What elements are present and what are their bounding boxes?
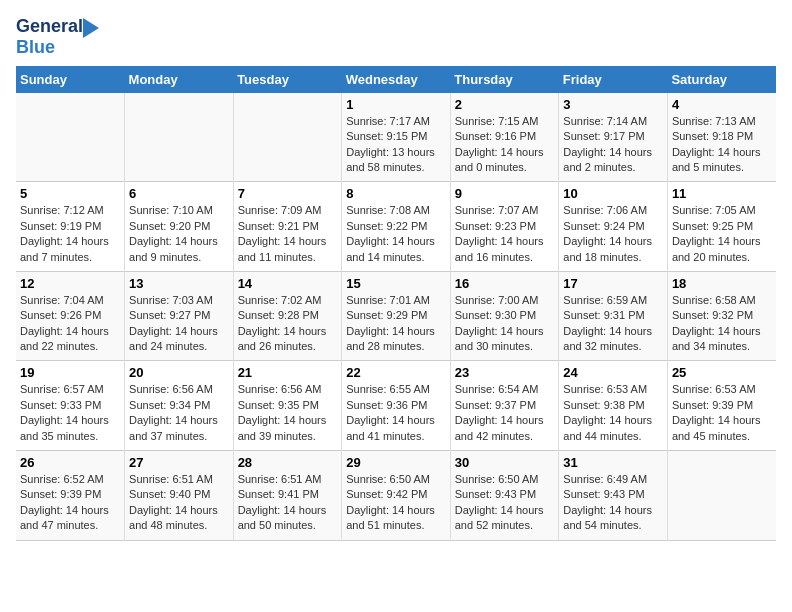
logo: General Blue (16, 16, 99, 58)
week-row-4: 19Sunrise: 6:57 AMSunset: 9:33 PMDayligh… (16, 361, 776, 451)
calendar-cell: 18Sunrise: 6:58 AMSunset: 9:32 PMDayligh… (667, 271, 776, 361)
cell-info: Sunrise: 7:13 AMSunset: 9:18 PMDaylight:… (672, 114, 772, 176)
calendar-cell: 14Sunrise: 7:02 AMSunset: 9:28 PMDayligh… (233, 271, 342, 361)
cell-info: Sunrise: 7:05 AMSunset: 9:25 PMDaylight:… (672, 203, 772, 265)
cell-info: Sunrise: 7:02 AMSunset: 9:28 PMDaylight:… (238, 293, 338, 355)
day-number: 24 (563, 365, 663, 380)
day-number: 15 (346, 276, 446, 291)
day-number: 13 (129, 276, 229, 291)
day-number: 23 (455, 365, 555, 380)
day-number: 10 (563, 186, 663, 201)
day-number: 11 (672, 186, 772, 201)
calendar-cell: 3Sunrise: 7:14 AMSunset: 9:17 PMDaylight… (559, 93, 668, 182)
calendar-cell: 19Sunrise: 6:57 AMSunset: 9:33 PMDayligh… (16, 361, 125, 451)
day-number: 20 (129, 365, 229, 380)
cell-info: Sunrise: 6:56 AMSunset: 9:35 PMDaylight:… (238, 382, 338, 444)
cell-info: Sunrise: 7:04 AMSunset: 9:26 PMDaylight:… (20, 293, 120, 355)
calendar-cell: 4Sunrise: 7:13 AMSunset: 9:18 PMDaylight… (667, 93, 776, 182)
cell-info: Sunrise: 7:00 AMSunset: 9:30 PMDaylight:… (455, 293, 555, 355)
calendar-cell: 28Sunrise: 6:51 AMSunset: 9:41 PMDayligh… (233, 451, 342, 541)
day-number: 6 (129, 186, 229, 201)
calendar-cell (125, 93, 234, 182)
cell-info: Sunrise: 7:06 AMSunset: 9:24 PMDaylight:… (563, 203, 663, 265)
cell-info: Sunrise: 6:57 AMSunset: 9:33 PMDaylight:… (20, 382, 120, 444)
calendar-cell: 15Sunrise: 7:01 AMSunset: 9:29 PMDayligh… (342, 271, 451, 361)
day-number: 29 (346, 455, 446, 470)
day-number: 1 (346, 97, 446, 112)
calendar-cell: 12Sunrise: 7:04 AMSunset: 9:26 PMDayligh… (16, 271, 125, 361)
cell-info: Sunrise: 6:55 AMSunset: 9:36 PMDaylight:… (346, 382, 446, 444)
week-row-1: 1Sunrise: 7:17 AMSunset: 9:15 PMDaylight… (16, 93, 776, 182)
logo-text-general: General (16, 17, 83, 37)
cell-info: Sunrise: 6:50 AMSunset: 9:42 PMDaylight:… (346, 472, 446, 534)
cell-info: Sunrise: 6:59 AMSunset: 9:31 PMDaylight:… (563, 293, 663, 355)
calendar-cell: 13Sunrise: 7:03 AMSunset: 9:27 PMDayligh… (125, 271, 234, 361)
cell-info: Sunrise: 7:10 AMSunset: 9:20 PMDaylight:… (129, 203, 229, 265)
calendar-header-row: SundayMondayTuesdayWednesdayThursdayFrid… (16, 66, 776, 93)
cell-info: Sunrise: 6:49 AMSunset: 9:43 PMDaylight:… (563, 472, 663, 534)
day-number: 3 (563, 97, 663, 112)
calendar-cell: 16Sunrise: 7:00 AMSunset: 9:30 PMDayligh… (450, 271, 559, 361)
day-number: 31 (563, 455, 663, 470)
week-row-2: 5Sunrise: 7:12 AMSunset: 9:19 PMDaylight… (16, 182, 776, 272)
week-row-3: 12Sunrise: 7:04 AMSunset: 9:26 PMDayligh… (16, 271, 776, 361)
day-number: 4 (672, 97, 772, 112)
header-tuesday: Tuesday (233, 66, 342, 93)
header-wednesday: Wednesday (342, 66, 451, 93)
calendar-cell: 23Sunrise: 6:54 AMSunset: 9:37 PMDayligh… (450, 361, 559, 451)
calendar-cell: 21Sunrise: 6:56 AMSunset: 9:35 PMDayligh… (233, 361, 342, 451)
calendar-cell: 9Sunrise: 7:07 AMSunset: 9:23 PMDaylight… (450, 182, 559, 272)
calendar-cell: 25Sunrise: 6:53 AMSunset: 9:39 PMDayligh… (667, 361, 776, 451)
cell-info: Sunrise: 6:54 AMSunset: 9:37 PMDaylight:… (455, 382, 555, 444)
header-saturday: Saturday (667, 66, 776, 93)
calendar-cell: 17Sunrise: 6:59 AMSunset: 9:31 PMDayligh… (559, 271, 668, 361)
cell-info: Sunrise: 7:07 AMSunset: 9:23 PMDaylight:… (455, 203, 555, 265)
calendar-cell: 7Sunrise: 7:09 AMSunset: 9:21 PMDaylight… (233, 182, 342, 272)
day-number: 17 (563, 276, 663, 291)
calendar-cell: 29Sunrise: 6:50 AMSunset: 9:42 PMDayligh… (342, 451, 451, 541)
day-number: 8 (346, 186, 446, 201)
day-number: 26 (20, 455, 120, 470)
cell-info: Sunrise: 6:58 AMSunset: 9:32 PMDaylight:… (672, 293, 772, 355)
calendar-cell (667, 451, 776, 541)
header-monday: Monday (125, 66, 234, 93)
calendar-cell (233, 93, 342, 182)
header-sunday: Sunday (16, 66, 125, 93)
calendar-cell: 2Sunrise: 7:15 AMSunset: 9:16 PMDaylight… (450, 93, 559, 182)
calendar-cell: 6Sunrise: 7:10 AMSunset: 9:20 PMDaylight… (125, 182, 234, 272)
logo-arrow-icon (83, 18, 99, 38)
day-number: 5 (20, 186, 120, 201)
cell-info: Sunrise: 6:56 AMSunset: 9:34 PMDaylight:… (129, 382, 229, 444)
calendar-cell (16, 93, 125, 182)
day-number: 27 (129, 455, 229, 470)
header-friday: Friday (559, 66, 668, 93)
cell-info: Sunrise: 6:52 AMSunset: 9:39 PMDaylight:… (20, 472, 120, 534)
day-number: 12 (20, 276, 120, 291)
logo-text-blue: Blue (16, 38, 55, 58)
cell-info: Sunrise: 7:14 AMSunset: 9:17 PMDaylight:… (563, 114, 663, 176)
calendar-cell: 27Sunrise: 6:51 AMSunset: 9:40 PMDayligh… (125, 451, 234, 541)
calendar-cell: 31Sunrise: 6:49 AMSunset: 9:43 PMDayligh… (559, 451, 668, 541)
cell-info: Sunrise: 6:53 AMSunset: 9:39 PMDaylight:… (672, 382, 772, 444)
cell-info: Sunrise: 7:09 AMSunset: 9:21 PMDaylight:… (238, 203, 338, 265)
page-header: General Blue (16, 16, 776, 58)
day-number: 25 (672, 365, 772, 380)
cell-info: Sunrise: 6:50 AMSunset: 9:43 PMDaylight:… (455, 472, 555, 534)
calendar-cell: 8Sunrise: 7:08 AMSunset: 9:22 PMDaylight… (342, 182, 451, 272)
day-number: 28 (238, 455, 338, 470)
cell-info: Sunrise: 6:51 AMSunset: 9:41 PMDaylight:… (238, 472, 338, 534)
calendar-cell: 26Sunrise: 6:52 AMSunset: 9:39 PMDayligh… (16, 451, 125, 541)
cell-info: Sunrise: 7:08 AMSunset: 9:22 PMDaylight:… (346, 203, 446, 265)
cell-info: Sunrise: 7:15 AMSunset: 9:16 PMDaylight:… (455, 114, 555, 176)
day-number: 19 (20, 365, 120, 380)
calendar-cell: 5Sunrise: 7:12 AMSunset: 9:19 PMDaylight… (16, 182, 125, 272)
header-thursday: Thursday (450, 66, 559, 93)
day-number: 30 (455, 455, 555, 470)
cell-info: Sunrise: 6:51 AMSunset: 9:40 PMDaylight:… (129, 472, 229, 534)
day-number: 2 (455, 97, 555, 112)
cell-info: Sunrise: 6:53 AMSunset: 9:38 PMDaylight:… (563, 382, 663, 444)
cell-info: Sunrise: 7:01 AMSunset: 9:29 PMDaylight:… (346, 293, 446, 355)
calendar-cell: 30Sunrise: 6:50 AMSunset: 9:43 PMDayligh… (450, 451, 559, 541)
calendar-cell: 22Sunrise: 6:55 AMSunset: 9:36 PMDayligh… (342, 361, 451, 451)
calendar-cell: 10Sunrise: 7:06 AMSunset: 9:24 PMDayligh… (559, 182, 668, 272)
